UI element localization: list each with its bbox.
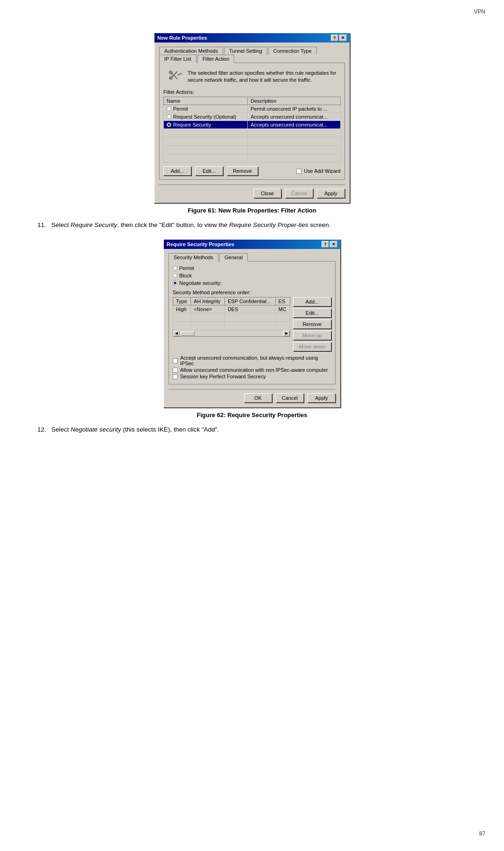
apply-button-footer[interactable]: Apply	[317, 189, 345, 198]
radio-negotiate-row: Negotiate security:	[173, 280, 331, 286]
wizard-checkbox[interactable]	[296, 169, 301, 174]
security-methods-table: Type AH Integrity ESP Confidential... ES…	[173, 297, 290, 330]
checkbox-allow[interactable]	[173, 368, 178, 373]
cancel-button-footer[interactable]: Cancel	[285, 189, 313, 198]
table-row-empty	[164, 154, 341, 163]
wizard-label: Use Add Wizard	[304, 168, 341, 174]
filter-action-info-text: The selected filter action specifies whe…	[188, 70, 341, 84]
table-row-empty	[164, 137, 341, 146]
row-ah: <None>	[191, 305, 225, 313]
row-es: MC	[275, 305, 290, 313]
row-esp: DES	[224, 305, 275, 313]
scroll-thumb[interactable]	[181, 331, 195, 336]
checkbox-session[interactable]	[173, 374, 178, 379]
remove-side-button[interactable]: Remove	[293, 319, 331, 329]
table-row-empty	[173, 322, 290, 330]
info-section: The selected filter action specifies whe…	[168, 70, 341, 85]
radio-request[interactable]	[167, 114, 171, 119]
permit2-label: Permit	[179, 265, 194, 271]
col-desc-header: Description	[248, 97, 341, 105]
negotiate-label: Negotiate security:	[179, 280, 222, 286]
block-label: Block	[179, 273, 192, 278]
scroll-left[interactable]: ◀	[173, 331, 180, 336]
help-button2[interactable]: ?	[322, 241, 329, 248]
table-row[interactable]: High <None> DES MC	[173, 305, 290, 313]
figure61-dialog: New Rule Properties ? ✕ Authentication M…	[154, 33, 350, 203]
figure62-tab-panel: Permit Block Negotiate security: Securit…	[168, 261, 336, 384]
close-button[interactable]: ✕	[339, 35, 347, 41]
step11-italic2: Require Security Proper-ties	[229, 221, 308, 228]
checkbox3-label: Session key Perfect Forward Secrecy	[180, 374, 266, 379]
radio-block[interactable]	[173, 273, 177, 278]
apply-button2[interactable]: Apply	[308, 393, 336, 403]
figure62-title: Require Security Properties	[167, 241, 234, 247]
checkboxes-section: Accept unsecured communication, but alwa…	[173, 355, 331, 379]
figure61-caption: Figure 61: New Rule Properties: Filter A…	[188, 207, 316, 214]
svg-line-4	[177, 73, 182, 75]
step11-text: 11. Select Require Security, then click …	[37, 220, 467, 230]
side-buttons: Add... Edit... Remove Move up Move down	[293, 297, 331, 351]
figure62-container: Require Security Properties ? ✕ Security…	[37, 239, 467, 418]
figure62-tabs: Security Methods General	[168, 253, 336, 261]
preference-label: Security Method preference order:	[173, 290, 331, 295]
move-up-button[interactable]: Move up	[293, 331, 331, 340]
radio-permit[interactable]	[167, 106, 171, 111]
tab-connection-type[interactable]: Connection Type	[268, 47, 317, 55]
table-row[interactable]: Request Security (Optional) Accepts unse…	[164, 113, 341, 121]
require-label: Require Security	[173, 122, 211, 128]
permit-label: Permit	[173, 106, 188, 112]
figure62-content: Security Methods General Permit Block	[164, 249, 340, 407]
figure62-footer: OK Cancel Apply	[168, 389, 336, 403]
row-type: High	[173, 305, 191, 313]
close-button-footer[interactable]: Close	[253, 189, 281, 198]
figure62-dialog: Require Security Properties ? ✕ Security…	[163, 239, 341, 408]
cancel-button2[interactable]: Cancel	[276, 393, 304, 403]
tab-tunnel-setting[interactable]: Tunnel Setting	[224, 47, 267, 55]
figure61-titlebar: New Rule Properties ? ✕	[154, 33, 350, 43]
help-button[interactable]: ?	[331, 35, 338, 41]
checkbox-row-2: Allow unsecured communication with non I…	[173, 367, 331, 373]
add-button[interactable]: Add...	[163, 166, 191, 176]
figure61-tabs-bottom: IP Filter List Filter Action	[159, 54, 345, 63]
tools-icon	[168, 70, 183, 85]
ok-button[interactable]: OK	[244, 393, 272, 403]
tab-ip-filter-list[interactable]: IP Filter List	[159, 55, 196, 63]
edit-side-button[interactable]: Edit...	[293, 308, 331, 318]
figure61-tab-panel: The selected filter action specifies whe…	[159, 63, 345, 180]
close-button2[interactable]: ✕	[330, 241, 337, 248]
tab-filter-action[interactable]: Filter Action	[197, 55, 234, 63]
tab-general[interactable]: General	[219, 253, 248, 262]
tab-auth-methods[interactable]: Authentication Methods	[159, 47, 223, 55]
figure61-content: Authentication Methods Tunnel Setting Co…	[154, 43, 350, 203]
add-side-button[interactable]: Add...	[293, 297, 331, 306]
figure62-titlebar: Require Security Properties ? ✕	[164, 240, 340, 249]
checkbox1-label: Accept unsecured communication, but alwa…	[180, 355, 331, 366]
step12-italic1: Negotiate security	[70, 426, 121, 433]
table-row[interactable]: Permit Permit unsecured IP packets to ..…	[164, 105, 341, 113]
col-type: Type	[173, 298, 191, 305]
radio-permit-row: Permit	[173, 265, 331, 271]
figure61-action-buttons: Add... Edit... Remove Use Add Wizard	[163, 166, 341, 176]
checkbox-accept[interactable]	[173, 358, 178, 363]
page-number: 87	[479, 830, 485, 837]
scroll-right[interactable]: ▶	[283, 331, 290, 336]
table-row-empty	[164, 129, 341, 137]
remove-button[interactable]: Remove	[227, 166, 258, 176]
table-side-container: Type AH Integrity ESP Confidential... ES…	[173, 297, 331, 351]
horizontal-scrollbar[interactable]: ◀ ▶	[173, 330, 290, 337]
table-row-selected[interactable]: Require Security Accepts unsecured commu…	[164, 121, 341, 129]
edit-button[interactable]: Edit...	[195, 166, 223, 176]
radio-require[interactable]	[167, 122, 171, 127]
row3-name: Require Security	[164, 121, 248, 129]
radio-negotiate[interactable]	[173, 281, 177, 285]
move-down-button[interactable]: Move down	[293, 342, 331, 351]
radio-permit2[interactable]	[173, 266, 177, 270]
step11-italic1: Require Security	[70, 221, 117, 228]
step12-text: 12. Select Negotiate security (this sele…	[37, 425, 467, 434]
row2-name: Request Security (Optional)	[164, 113, 248, 121]
row1-name: Permit	[164, 105, 248, 113]
filter-actions-table: Name Description Permit	[163, 97, 341, 163]
figure61-footer: Close Cancel Apply	[159, 184, 345, 198]
tab-security-methods[interactable]: Security Methods	[168, 253, 218, 262]
figure61-container: New Rule Properties ? ✕ Authentication M…	[37, 33, 467, 214]
